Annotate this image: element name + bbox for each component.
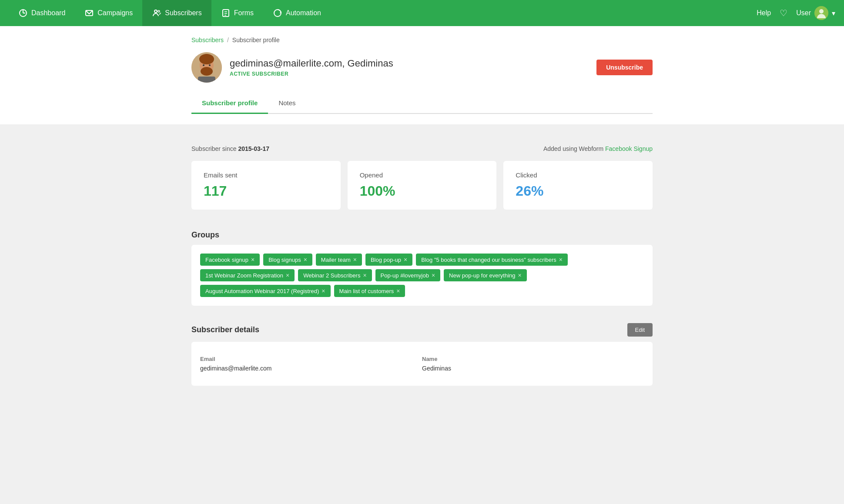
forms-icon bbox=[221, 8, 231, 18]
tab-notes[interactable]: Notes bbox=[268, 93, 306, 114]
breadcrumb-current: Subscriber profile bbox=[232, 37, 280, 43]
group-tag: Pop-up #lovemyjob× bbox=[375, 269, 440, 281]
main-nav: Dashboard Campaigns bbox=[0, 0, 844, 26]
breadcrumb-separator: / bbox=[227, 37, 229, 43]
tab-subscriber-profile[interactable]: Subscriber profile bbox=[191, 93, 268, 114]
group-tag: Main list of customers× bbox=[334, 285, 405, 297]
avatar bbox=[814, 6, 828, 20]
details-table: Email gediminas@mailerlite.com Name Gedi… bbox=[191, 342, 653, 386]
nav-item-dashboard[interactable]: Dashboard bbox=[9, 0, 75, 26]
groups-card: Facebook signup×Blog signups×Mailer team… bbox=[191, 245, 653, 306]
stat-card-clicked: Clicked 26% bbox=[503, 161, 653, 210]
user-area[interactable]: User ▾ bbox=[796, 6, 835, 20]
svg-point-5 bbox=[158, 10, 160, 12]
group-tag: New pop-up for everything× bbox=[444, 269, 527, 281]
svg-point-19 bbox=[209, 64, 211, 66]
stat-label-1: Opened bbox=[360, 171, 485, 179]
subscriber-meta: Subscriber since 2015-03-17 Added using … bbox=[191, 145, 653, 152]
stat-value-0: 117 bbox=[204, 183, 328, 199]
tag-remove-icon[interactable]: × bbox=[518, 272, 522, 279]
details-email-value: gediminas@mailerlite.com bbox=[200, 365, 422, 372]
stat-label-2: Clicked bbox=[516, 171, 640, 179]
group-tag: Blog signups× bbox=[263, 254, 312, 266]
group-tag: Mailer team× bbox=[316, 254, 362, 266]
nav-item-forms[interactable]: Forms bbox=[211, 0, 263, 26]
stat-value-2: 26% bbox=[516, 183, 640, 199]
svg-point-16 bbox=[201, 67, 213, 76]
unsubscribe-button[interactable]: Unsubscribe bbox=[596, 60, 653, 75]
nav-left: Dashboard Campaigns bbox=[9, 0, 757, 26]
edit-button[interactable]: Edit bbox=[627, 323, 653, 337]
nav-item-automation[interactable]: Automation bbox=[263, 0, 331, 26]
tag-remove-icon[interactable]: × bbox=[363, 272, 366, 279]
svg-point-4 bbox=[154, 10, 157, 13]
subscribers-icon bbox=[152, 8, 161, 18]
stat-value-1: 100% bbox=[360, 183, 485, 199]
details-title: Subscriber details bbox=[191, 325, 259, 334]
tag-remove-icon[interactable]: × bbox=[404, 256, 407, 263]
details-col-name-header: Name Gediminas bbox=[422, 356, 644, 372]
nav-label-forms: Forms bbox=[234, 9, 254, 17]
tag-remove-icon[interactable]: × bbox=[251, 256, 255, 263]
svg-point-12 bbox=[819, 9, 824, 13]
automation-icon bbox=[273, 8, 282, 18]
group-tag: Webinar 2 Subscribers× bbox=[298, 269, 372, 281]
groups-title: Groups bbox=[191, 222, 653, 245]
profile-header: gediminas@mailerlite.com, Gediminas ACTI… bbox=[191, 52, 653, 83]
stat-label-0: Emails sent bbox=[204, 171, 328, 179]
tabs-bar: Subscriber profile Notes bbox=[191, 93, 653, 114]
profile-status: ACTIVE SUBSCRIBER bbox=[230, 71, 596, 77]
svg-rect-17 bbox=[198, 77, 215, 83]
nav-label-automation: Automation bbox=[286, 9, 321, 17]
subscriber-since: Subscriber since 2015-03-17 bbox=[191, 145, 269, 152]
tags-area: Facebook signup×Blog signups×Mailer team… bbox=[200, 254, 644, 297]
nav-label-campaigns: Campaigns bbox=[97, 9, 133, 17]
campaigns-icon bbox=[84, 8, 94, 18]
added-via: Added using Webform Facebook Signup bbox=[543, 145, 653, 152]
tag-remove-icon[interactable]: × bbox=[396, 287, 400, 294]
details-header: Subscriber details Edit bbox=[191, 314, 653, 342]
svg-point-18 bbox=[203, 64, 204, 66]
stat-card-emails-sent: Emails sent 117 bbox=[191, 161, 341, 210]
details-col-email-header: Email gediminas@mailerlite.com bbox=[200, 356, 422, 372]
profile-avatar bbox=[191, 52, 222, 83]
stats-row: Emails sent 117 Opened 100% Clicked 26% bbox=[191, 161, 653, 210]
stat-card-opened: Opened 100% bbox=[348, 161, 497, 210]
user-label: User bbox=[796, 9, 811, 17]
tag-remove-icon[interactable]: × bbox=[304, 256, 307, 263]
group-tag: 1st Webinar Zoom Registration× bbox=[200, 269, 295, 281]
nav-item-campaigns[interactable]: Campaigns bbox=[75, 0, 142, 26]
group-tag: Blog "5 books that changed our business"… bbox=[416, 254, 568, 266]
group-tag: Facebook signup× bbox=[200, 254, 260, 266]
groups-container: Facebook signup×Blog signups×Mailer team… bbox=[191, 245, 653, 306]
profile-name: gediminas@mailerlite.com, Gediminas bbox=[230, 58, 596, 69]
tag-remove-icon[interactable]: × bbox=[432, 272, 435, 279]
svg-point-15 bbox=[199, 54, 214, 64]
group-tag: August Automation Webinar 2017 (Registre… bbox=[200, 285, 331, 297]
user-dropdown-icon: ▾ bbox=[832, 9, 835, 17]
tag-remove-icon[interactable]: × bbox=[286, 272, 289, 279]
group-tag: Blog pop-up× bbox=[365, 254, 412, 266]
tag-remove-icon[interactable]: × bbox=[559, 256, 563, 263]
tag-remove-icon[interactable]: × bbox=[322, 287, 325, 294]
nav-label-dashboard: Dashboard bbox=[31, 9, 65, 17]
profile-info: gediminas@mailerlite.com, Gediminas ACTI… bbox=[230, 58, 596, 77]
nav-label-subscribers: Subscribers bbox=[165, 9, 201, 17]
details-name-value: Gediminas bbox=[422, 365, 644, 372]
breadcrumb: Subscribers / Subscriber profile bbox=[191, 37, 653, 43]
breadcrumb-link[interactable]: Subscribers bbox=[191, 37, 224, 43]
since-date: 2015-03-17 bbox=[238, 145, 269, 152]
dashboard-icon bbox=[18, 8, 28, 18]
webform-link[interactable]: Facebook Signup bbox=[605, 145, 653, 152]
nav-item-subscribers[interactable]: Subscribers bbox=[142, 0, 211, 26]
groups-section: Groups Facebook signup×Blog signups×Mail… bbox=[191, 222, 653, 306]
subscriber-details-section: Subscriber details Edit Email gediminas@… bbox=[191, 314, 653, 386]
tag-remove-icon[interactable]: × bbox=[353, 256, 357, 263]
heart-icon[interactable]: ♡ bbox=[780, 8, 787, 18]
help-link[interactable]: Help bbox=[757, 9, 771, 17]
nav-right: Help ♡ User ▾ bbox=[757, 6, 835, 20]
details-row-headers: Email gediminas@mailerlite.com Name Gedi… bbox=[200, 350, 644, 377]
